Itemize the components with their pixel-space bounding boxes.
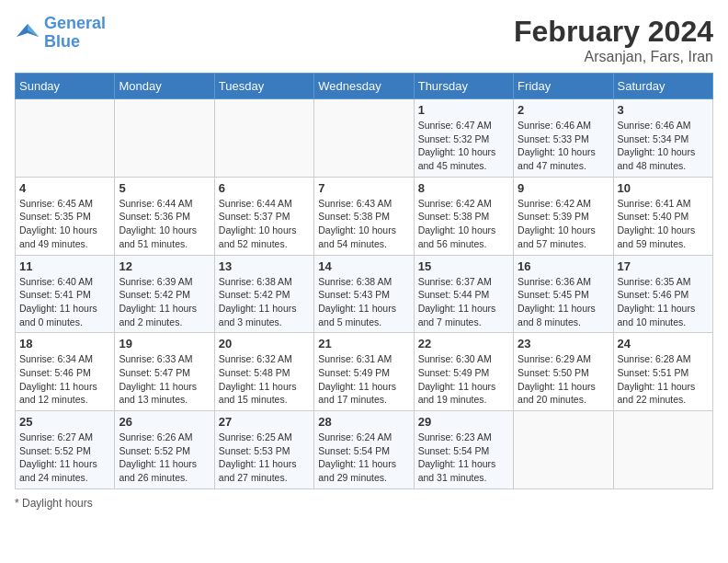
- calendar-cell: 21Sunrise: 6:31 AMSunset: 5:49 PMDayligh…: [314, 333, 414, 411]
- calendar-cell: 13Sunrise: 6:38 AMSunset: 5:42 PMDayligh…: [214, 255, 313, 333]
- calendar-cell: 10Sunrise: 6:41 AMSunset: 5:40 PMDayligh…: [613, 177, 712, 255]
- calendar-cell: 22Sunrise: 6:30 AMSunset: 5:49 PMDayligh…: [414, 333, 513, 411]
- weekday-header: Thursday: [414, 74, 513, 99]
- day-info: Sunrise: 6:36 AMSunset: 5:45 PMDaylight:…: [518, 275, 609, 329]
- calendar-cell: 26Sunrise: 6:26 AMSunset: 5:52 PMDayligh…: [115, 411, 214, 489]
- calendar-week-row: 4Sunrise: 6:45 AMSunset: 5:35 PMDaylight…: [16, 177, 713, 255]
- day-info: Sunrise: 6:37 AMSunset: 5:44 PMDaylight:…: [418, 275, 509, 329]
- day-number: 13: [219, 259, 310, 273]
- day-number: 27: [219, 415, 310, 429]
- calendar-cell: 20Sunrise: 6:32 AMSunset: 5:48 PMDayligh…: [214, 333, 313, 411]
- calendar-cell: [16, 99, 115, 178]
- calendar-cell: 17Sunrise: 6:35 AMSunset: 5:46 PMDayligh…: [613, 255, 712, 333]
- day-number: 5: [119, 181, 210, 195]
- calendar-cell: 4Sunrise: 6:45 AMSunset: 5:35 PMDaylight…: [16, 177, 115, 255]
- calendar-cell: 23Sunrise: 6:29 AMSunset: 5:50 PMDayligh…: [514, 333, 613, 411]
- day-number: 22: [418, 337, 509, 350]
- logo-blue: Blue: [44, 32, 80, 51]
- calendar-cell: 5Sunrise: 6:44 AMSunset: 5:36 PMDaylight…: [115, 177, 214, 255]
- calendar-cell: [514, 411, 613, 489]
- day-info: Sunrise: 6:33 AMSunset: 5:47 PMDaylight:…: [119, 352, 210, 407]
- day-number: 3: [618, 103, 709, 117]
- day-number: 6: [219, 181, 310, 195]
- day-number: 9: [518, 181, 609, 195]
- calendar-cell: 24Sunrise: 6:28 AMSunset: 5:51 PMDayligh…: [613, 333, 712, 411]
- calendar-cell: 25Sunrise: 6:27 AMSunset: 5:52 PMDayligh…: [16, 411, 115, 489]
- day-number: 20: [219, 337, 310, 350]
- calendar-cell: 12Sunrise: 6:39 AMSunset: 5:42 PMDayligh…: [115, 255, 214, 333]
- calendar-cell: 16Sunrise: 6:36 AMSunset: 5:45 PMDayligh…: [514, 255, 613, 333]
- day-number: 8: [418, 181, 509, 195]
- day-info: Sunrise: 6:43 AMSunset: 5:38 PMDaylight:…: [318, 197, 409, 251]
- day-info: Sunrise: 6:32 AMSunset: 5:48 PMDaylight:…: [219, 352, 310, 407]
- weekday-header: Wednesday: [314, 74, 414, 99]
- location-title: Arsanjan, Fars, Iran: [514, 49, 713, 65]
- day-info: Sunrise: 6:45 AMSunset: 5:35 PMDaylight:…: [19, 197, 110, 251]
- weekday-header: Friday: [514, 74, 613, 99]
- day-number: 1: [418, 103, 509, 117]
- day-info: Sunrise: 6:38 AMSunset: 5:43 PMDaylight:…: [318, 275, 409, 329]
- day-info: Sunrise: 6:23 AMSunset: 5:54 PMDaylight:…: [418, 431, 509, 485]
- day-info: Sunrise: 6:30 AMSunset: 5:49 PMDaylight:…: [418, 352, 509, 407]
- day-info: Sunrise: 6:44 AMSunset: 5:37 PMDaylight:…: [219, 197, 310, 251]
- page-header: General Blue February 2024 Arsanjan, Far…: [15, 15, 713, 65]
- day-number: 17: [618, 259, 709, 273]
- daylight-label: Daylight hours: [22, 497, 93, 510]
- calendar-cell: 14Sunrise: 6:38 AMSunset: 5:43 PMDayligh…: [314, 255, 414, 333]
- day-number: 21: [318, 337, 409, 350]
- day-number: 11: [19, 259, 110, 273]
- logo-text: General Blue: [44, 15, 106, 52]
- day-info: Sunrise: 6:25 AMSunset: 5:53 PMDaylight:…: [219, 431, 310, 485]
- logo-general: General: [44, 14, 106, 32]
- day-number: 4: [19, 181, 110, 195]
- calendar-cell: 18Sunrise: 6:34 AMSunset: 5:46 PMDayligh…: [16, 333, 115, 411]
- calendar-week-row: 18Sunrise: 6:34 AMSunset: 5:46 PMDayligh…: [16, 333, 713, 411]
- calendar-cell: [115, 99, 214, 178]
- calendar-table: SundayMondayTuesdayWednesdayThursdayFrid…: [15, 73, 713, 489]
- calendar-cell: 27Sunrise: 6:25 AMSunset: 5:53 PMDayligh…: [214, 411, 313, 489]
- title-block: February 2024 Arsanjan, Fars, Iran: [514, 15, 713, 65]
- calendar-cell: 29Sunrise: 6:23 AMSunset: 5:54 PMDayligh…: [414, 411, 513, 489]
- calendar-week-row: 1Sunrise: 6:47 AMSunset: 5:32 PMDaylight…: [16, 99, 713, 178]
- calendar-cell: 15Sunrise: 6:37 AMSunset: 5:44 PMDayligh…: [414, 255, 513, 333]
- day-info: Sunrise: 6:41 AMSunset: 5:40 PMDaylight:…: [618, 197, 709, 251]
- day-number: 26: [119, 415, 210, 429]
- day-info: Sunrise: 6:46 AMSunset: 5:34 PMDaylight:…: [618, 119, 709, 173]
- month-title: February 2024: [514, 15, 713, 49]
- weekday-header: Tuesday: [214, 74, 313, 99]
- footer-note: * Daylight hours: [15, 497, 713, 510]
- weekday-header: Monday: [115, 74, 214, 99]
- day-info: Sunrise: 6:42 AMSunset: 5:38 PMDaylight:…: [418, 197, 509, 251]
- day-info: Sunrise: 6:42 AMSunset: 5:39 PMDaylight:…: [518, 197, 609, 251]
- day-info: Sunrise: 6:35 AMSunset: 5:46 PMDaylight:…: [618, 275, 709, 329]
- day-number: 10: [618, 181, 709, 195]
- day-number: 7: [318, 181, 409, 195]
- calendar-week-row: 25Sunrise: 6:27 AMSunset: 5:52 PMDayligh…: [16, 411, 713, 489]
- calendar-cell: 1Sunrise: 6:47 AMSunset: 5:32 PMDaylight…: [414, 99, 513, 178]
- day-number: 16: [518, 259, 609, 273]
- day-info: Sunrise: 6:26 AMSunset: 5:52 PMDaylight:…: [119, 431, 210, 485]
- calendar-cell: [214, 99, 313, 178]
- weekday-header-row: SundayMondayTuesdayWednesdayThursdayFrid…: [16, 74, 713, 99]
- calendar-cell: [613, 411, 712, 489]
- calendar-cell: 8Sunrise: 6:42 AMSunset: 5:38 PMDaylight…: [414, 177, 513, 255]
- calendar-cell: 3Sunrise: 6:46 AMSunset: 5:34 PMDaylight…: [613, 99, 712, 178]
- day-info: Sunrise: 6:28 AMSunset: 5:51 PMDaylight:…: [618, 352, 709, 407]
- day-info: Sunrise: 6:40 AMSunset: 5:41 PMDaylight:…: [19, 275, 110, 329]
- day-number: 12: [119, 259, 210, 273]
- weekday-header: Saturday: [613, 74, 712, 99]
- day-number: 18: [19, 337, 110, 350]
- day-info: Sunrise: 6:34 AMSunset: 5:46 PMDaylight:…: [19, 352, 110, 407]
- day-info: Sunrise: 6:39 AMSunset: 5:42 PMDaylight:…: [119, 275, 210, 329]
- day-number: 14: [318, 259, 409, 273]
- calendar-cell: 28Sunrise: 6:24 AMSunset: 5:54 PMDayligh…: [314, 411, 414, 489]
- day-number: 29: [418, 415, 509, 429]
- day-info: Sunrise: 6:31 AMSunset: 5:49 PMDaylight:…: [318, 352, 409, 407]
- day-number: 19: [119, 337, 210, 350]
- day-info: Sunrise: 6:47 AMSunset: 5:32 PMDaylight:…: [418, 119, 509, 173]
- calendar-cell: [314, 99, 414, 178]
- day-number: 2: [518, 103, 609, 117]
- day-number: 25: [19, 415, 110, 429]
- calendar-cell: 6Sunrise: 6:44 AMSunset: 5:37 PMDaylight…: [214, 177, 313, 255]
- calendar-cell: 19Sunrise: 6:33 AMSunset: 5:47 PMDayligh…: [115, 333, 214, 411]
